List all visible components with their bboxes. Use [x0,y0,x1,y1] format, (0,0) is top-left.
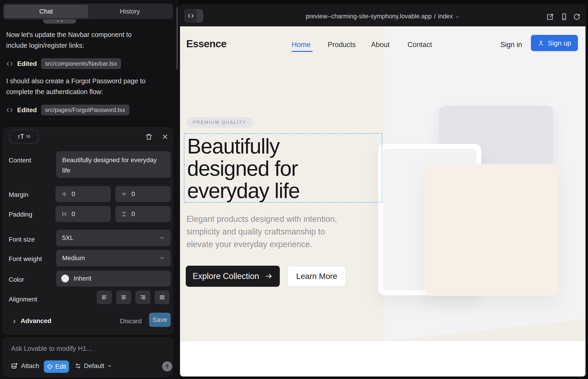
sign-in-button[interactable]: Sign in [500,41,522,49]
chevron-down-icon [107,363,112,368]
nav-link-about[interactable]: About [371,41,390,49]
close-inspector-button[interactable] [161,133,169,141]
decorative-wedge [384,319,586,341]
nav-link-products[interactable]: Products [328,41,356,49]
model-value: Default [84,362,104,370]
sign-up-label: Sign up [548,39,571,47]
align-left-icon [101,294,108,300]
margin-horizontal-icon [61,191,67,197]
chevron-right-icon [12,318,17,324]
refresh-icon [573,13,581,21]
padding-x-input[interactable]: 0 [56,206,111,222]
delete-element-button[interactable] [145,133,153,141]
mobile-view-button[interactable] [560,13,568,21]
sign-up-button[interactable]: Sign up [531,35,578,51]
hero-paragraph-line: simplicity and quality craftsmanship to [186,225,337,238]
edited-label: Edited [17,107,37,114]
nav-link-contact[interactable]: Contact [407,41,432,49]
code-icon [6,60,13,67]
save-button[interactable]: Save [149,313,171,327]
tab-chat[interactable]: Chat [4,5,88,18]
trash-icon [145,133,153,141]
element-tag-pill[interactable]: TT h1 [9,130,39,143]
align-center-icon [120,294,127,300]
attach-button[interactable]: Attach [11,362,39,370]
chevron-down-icon [159,255,165,261]
color-value: Inherit [74,275,92,282]
explore-collection-label: Explore Collection [193,271,259,281]
preview-pane: preview--charming-site-symphony.lovable.… [179,4,586,377]
chat-message: Now let's update the Navbar component to… [6,29,153,51]
content-label: Content [9,157,31,164]
align-center-button[interactable] [116,290,131,304]
chat-sidebar: Chat History Now let's update the Navbar… [0,0,179,379]
chat-message: I should also create a Forgot Password p… [6,76,164,97]
attach-label: Attach [21,362,39,370]
hero-heading[interactable]: Beautifully designed for everyday life [187,135,299,202]
content-textarea[interactable]: Beautifully designed for everyday life [56,151,171,178]
color-select[interactable]: Inherit [56,270,171,286]
hero-paragraph-line: Elegant products designed with intention… [186,213,337,225]
font-weight-value: Medium [62,254,85,262]
align-justify-button[interactable] [155,290,170,304]
refresh-button[interactable] [573,13,581,21]
hero-paragraph: Elegant products designed with intention… [186,213,337,251]
margin-vertical-icon [121,191,127,197]
preview-url-dropdown[interactable]: preview--charming-site-symphony.lovable.… [179,13,586,20]
send-button[interactable] [162,361,172,371]
composer-input[interactable]: Ask Lovable to modify H1... [11,345,92,352]
sidebar-tab-bar: Chat History [3,4,173,19]
hero-heading-line: Beautifully [187,135,299,157]
decorative-card-beige [425,164,559,296]
margin-y-value: 0 [131,190,135,198]
edited-file-pill[interactable]: src/components/Navbar.tsx [41,58,121,69]
tab-history[interactable]: History [88,5,172,18]
preview-url-page: index [438,13,453,20]
preview-url-host: preview--charming-site-symphony.lovable.… [306,13,432,20]
element-tag: h1 [27,134,31,139]
close-icon [161,133,169,141]
edited-file-row: Edited src/pages/ForgotPassword.tsx [6,105,129,115]
nav-link-home[interactable]: Home [292,41,311,49]
margin-label: Margin [9,191,29,198]
site-logo[interactable]: Essence [186,38,227,50]
learn-more-button[interactable]: Learn More [287,266,346,287]
edited-file-pill[interactable]: src/pages/ForgotPassword.tsx [41,105,130,115]
align-right-button[interactable] [135,290,150,304]
alignment-label: Alignment [9,296,37,303]
color-label: Color [9,276,24,283]
advanced-toggle[interactable]: Advanced [21,317,51,325]
margin-x-input[interactable]: 0 [56,186,111,202]
image-plus-icon [11,363,18,369]
padding-horizontal-icon [61,211,67,217]
align-left-button[interactable] [97,290,112,304]
preview-url-separator: / [434,13,436,20]
hero-section: Essence Home Products About Contact Sign… [180,26,586,341]
external-link-icon [546,13,554,21]
align-right-icon [140,294,146,300]
font-size-select[interactable]: 5XL [56,230,171,246]
align-justify-icon [159,294,165,300]
hero-paragraph-line: elevate your everyday experience. [186,238,337,251]
padding-y-value: 0 [131,210,135,218]
discard-button[interactable]: Discard [120,317,142,325]
hero-heading-line: everyday life [187,180,299,202]
margin-y-input[interactable]: 0 [115,186,171,202]
font-size-value: 5XL [62,234,74,242]
explore-collection-button[interactable]: Explore Collection [186,266,280,287]
premium-quality-badge: PREMIUM QUALITY [186,117,253,127]
edit-label: Edit [55,363,66,370]
site-viewport: Essence Home Products About Contact Sign… [180,26,586,377]
edited-label: Edited [17,60,37,67]
open-in-new-tab-button[interactable] [546,13,554,21]
sidebar-scrollbar[interactable] [176,7,178,69]
model-selector[interactable]: Default [75,362,112,370]
padding-x-value: 0 [72,210,75,218]
color-swatch-transparent [61,275,69,283]
edit-mode-button[interactable]: Edit [44,360,69,373]
scrolled-badge-partial [43,19,76,24]
padding-y-input[interactable]: 0 [115,206,171,222]
chat-composer[interactable]: Ask Lovable to modify H1... Attach Edit … [3,337,173,377]
font-weight-select[interactable]: Medium [56,250,171,266]
element-inspector-panel: TT h1 Content Beautifully designed for e… [3,127,173,334]
